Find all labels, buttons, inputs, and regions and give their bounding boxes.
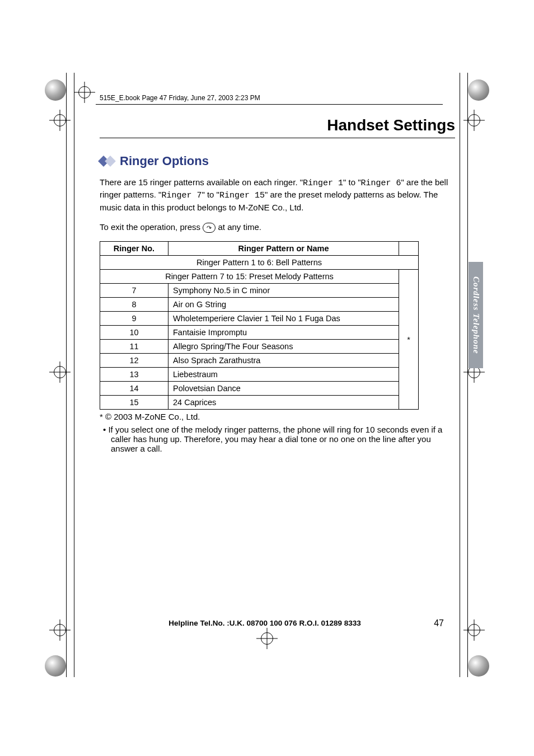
table-row: 10Fantaisie Impromptu	[100, 326, 419, 340]
section-heading: Ringer Options	[100, 154, 455, 168]
ringer-no: 11	[100, 340, 168, 354]
table-row: 8Air on G String	[100, 298, 419, 312]
table-row: 11Allegro Spring/The Four Seasons	[100, 340, 419, 354]
ringer-no: 7	[100, 284, 168, 298]
intro-paragraph-1: There are 15 ringer patterns available o…	[100, 177, 455, 213]
table-header-row: Ringer No. Ringer Pattern or Name	[100, 242, 419, 256]
ringer-table: Ringer No. Ringer Pattern or Name Ringer…	[100, 241, 419, 410]
page-footer: Helpline Tel.No. :U.K. 08700 100 076 R.O…	[69, 619, 461, 627]
heading-bullet-icon-2	[105, 156, 116, 167]
bullet-note: • If you select one of the melody ringer…	[100, 425, 455, 453]
ringer-no: 8	[100, 298, 168, 312]
corner-sphere-tr	[468, 79, 489, 101]
ringer-no: 15	[100, 396, 168, 410]
code-ringer-1: Ringer 1	[303, 179, 343, 188]
side-tab: Cordless Telephone	[469, 262, 483, 368]
ringer-name: Liebestraum	[168, 368, 399, 382]
corner-sphere-tl	[45, 79, 66, 101]
ringer-name: Also Sprach Zarathustra	[168, 354, 399, 368]
th-ringer-name: Ringer Pattern or Name	[168, 242, 399, 256]
ringer-name: 24 Caprices	[168, 396, 399, 410]
chapter-title: Handset Settings	[100, 116, 455, 138]
corner-sphere-br	[468, 655, 489, 677]
intro-text: To exit the operation, press	[100, 222, 203, 232]
intro-text: " to "	[202, 190, 219, 199]
intro-text: at any time.	[216, 222, 261, 232]
content: Handset Settings Ringer Options There ar…	[100, 116, 455, 453]
reg-target-br	[466, 622, 483, 638]
th-ringer-no: Ringer No.	[100, 242, 168, 256]
code-ringer-7: Ringer 7	[161, 191, 202, 200]
running-head: 515E_E.book Page 47 Friday, June 27, 200…	[100, 94, 461, 102]
ringer-no: 12	[100, 354, 168, 368]
page-number: 47	[434, 618, 444, 628]
corner-sphere-bl	[45, 655, 66, 677]
ringer-name: Symphony No.5 in C minor	[168, 284, 399, 298]
section-title: Ringer Options	[120, 154, 209, 168]
crop-line-left-outer	[66, 73, 67, 677]
span-bell-patterns: Ringer Pattern 1 to 6: Bell Patterns	[100, 256, 419, 270]
table-row: 14Polovetsian Dance	[100, 382, 419, 396]
ringer-name: Fantaisie Impromptu	[168, 326, 399, 340]
ringer-no: 14	[100, 382, 168, 396]
intro-text: There are 15 ringer patterns available o…	[100, 177, 303, 187]
ringer-no: 10	[100, 326, 168, 340]
table-row: 13Liebestraum	[100, 368, 419, 382]
copyright-footnote: * © 2003 M-ZoNE Co., Ltd.	[100, 412, 455, 421]
crop-line-right-outer	[467, 73, 468, 677]
intro-text: " to "	[343, 177, 361, 187]
ringer-name: Air on G String	[168, 298, 399, 312]
reg-target-tr	[466, 112, 483, 129]
ringer-name: Allegro Spring/The Four Seasons	[168, 340, 399, 354]
star-cell: *	[399, 270, 419, 410]
ringer-no: 13	[100, 368, 168, 382]
intro-paragraph-2: To exit the operation, press ↷ at any ti…	[100, 222, 455, 233]
running-head-rule	[96, 104, 443, 105]
table-span-row-1: Ringer Pattern 1 to 6: Bell Patterns	[100, 256, 419, 270]
code-ringer-15: Ringer 15	[219, 191, 265, 200]
helpline-text: Helpline Tel.No. :U.K. 08700 100 076 R.O…	[168, 619, 360, 627]
span-melody-patterns: Ringer Pattern 7 to 15: Preset Melody Pa…	[100, 270, 399, 284]
table-row: 12Also Sprach Zarathustra	[100, 354, 419, 368]
table-row: 1524 Caprices	[100, 396, 419, 410]
table-row: 9Wholetemperiere Clavier 1 Teil No 1 Fug…	[100, 312, 419, 326]
table-span-row-2: Ringer Pattern 7 to 15: Preset Melody Pa…	[100, 270, 419, 284]
ringer-name: Polovetsian Dance	[168, 382, 399, 396]
page-frame: 515E_E.book Page 47 Friday, June 27, 200…	[69, 72, 461, 640]
table-row: 7Symphony No.5 in C minor	[100, 284, 419, 298]
exit-key-icon: ↷	[203, 223, 216, 233]
code-ringer-6: Ringer 6	[361, 179, 401, 188]
th-star	[399, 242, 419, 256]
ringer-name: Wholetemperiere Clavier 1 Teil No 1 Fuga…	[168, 312, 399, 326]
ringer-no: 9	[100, 312, 168, 326]
